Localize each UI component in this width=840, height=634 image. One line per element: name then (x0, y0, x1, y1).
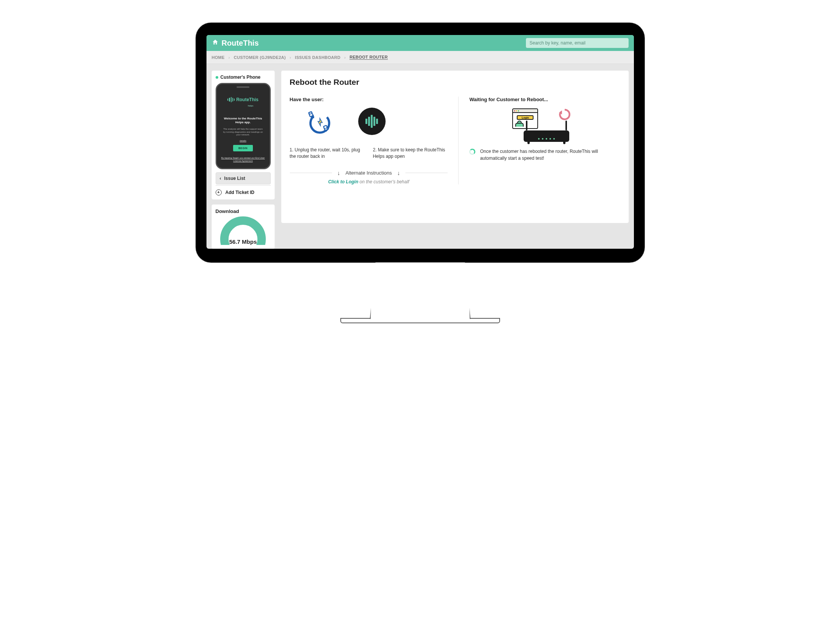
steps-text-row: 1. Unplug the router, wait 10s, plug the… (290, 147, 448, 160)
breadcrumb: HOME › CUSTOMER (GJ9NDE2A) › ISSUES DASH… (206, 51, 634, 64)
brand-text: RouteThis (222, 39, 259, 48)
power-cycle-icon (304, 108, 335, 140)
alternate-instructions-label: Alternate Instructions (345, 170, 392, 176)
crumb-issues-dashboard[interactable]: ISSUES DASHBOARD (295, 55, 341, 60)
issue-list-label: Issue List (224, 176, 245, 181)
phone-logo-sub: helps (248, 105, 253, 107)
arrow-down-icon: ↓ (337, 170, 340, 176)
phone-details-link[interactable]: details (240, 140, 246, 142)
search-input[interactable] (526, 38, 629, 48)
phone-eula-text: By tapping 'begin' you accept our End Us… (221, 157, 266, 163)
page-title: Reboot the Router (290, 78, 620, 87)
customer-phone-title: Customer's Phone (216, 75, 271, 80)
instructions-column: Have the user: (290, 97, 459, 184)
phone-logo: RouteThis (227, 97, 259, 102)
login-window-icon: Login (512, 108, 538, 129)
plus-icon: + (216, 189, 222, 195)
topbar: RouteThis (206, 35, 634, 51)
routethis-bars-icon (227, 97, 235, 102)
add-ticket-label: Add Ticket ID (225, 190, 254, 195)
monitor-stand-neck (370, 262, 470, 319)
waiting-note: Once the customer has rebooted the route… (469, 148, 620, 162)
download-value: 56.7 Mbps (220, 238, 266, 245)
monitor-bezel: RouteThis HOME › CUSTOMER (GJ9NDE2A) › I… (196, 23, 645, 262)
click-to-login-rest: on the customer's behalf (358, 179, 409, 184)
step-1-text: 1. Unplug the router, wait 10s, plug the… (290, 147, 365, 160)
customer-phone-card: Customer's Phone RouteThis helps (212, 71, 275, 199)
svg-rect-6 (323, 126, 328, 131)
waiting-column: Waiting for Customer to Reboot... Login (458, 97, 620, 184)
phone-logo-text: RouteThis (236, 97, 259, 102)
two-column-layout: Have the user: (290, 97, 620, 184)
crumb-home[interactable]: HOME (212, 55, 225, 60)
router-icon (524, 130, 569, 142)
waiting-note-text: Once the customer has rebooted the route… (480, 148, 620, 162)
content-body: Customer's Phone RouteThis helps (206, 64, 634, 249)
download-title: Download (216, 208, 271, 214)
add-ticket-button[interactable]: + Add Ticket ID (216, 185, 271, 195)
sidebar: Customer's Phone RouteThis helps (212, 71, 275, 249)
home-icon (212, 39, 219, 47)
phone-eula-prefix: By tapping 'begin' you accept our (221, 157, 256, 159)
spinner-icon (469, 149, 475, 155)
crumb-customer[interactable]: CUSTOMER (GJ9NDE2A) (234, 55, 286, 60)
phone-preview: RouteThis helps Welcome to the RouteThis… (216, 83, 271, 169)
routethis-app-icon (358, 108, 386, 135)
arrow-down-icon: ↓ (397, 170, 400, 176)
phone-welcome-text: Welcome to the RouteThis Helps app. (221, 117, 266, 125)
status-online-icon (216, 76, 218, 79)
have-user-heading: Have the user: (290, 97, 448, 102)
step-2-text: 2. Make sure to keep the RouteThis Helps… (373, 147, 448, 160)
router-illustration: Login (512, 108, 577, 142)
issue-list-button[interactable]: ‹ Issue List (216, 172, 271, 184)
phone-begin-button[interactable]: BEGIN (233, 145, 253, 151)
download-gauge: 56.7 Mbps (220, 216, 266, 245)
chevron-right-icon: › (344, 55, 346, 60)
login-chip: Login (517, 115, 534, 120)
click-to-login-link[interactable]: Click to Login (328, 179, 358, 184)
main-panel: Reboot the Router Have the user: (281, 71, 629, 223)
monitor-screen: RouteThis HOME › CUSTOMER (GJ9NDE2A) › I… (206, 35, 634, 249)
step-icons-row (290, 108, 448, 140)
phone-desc-text: The analysis will help the support team … (221, 128, 266, 137)
app-root: RouteThis HOME › CUSTOMER (GJ9NDE2A) › I… (206, 35, 634, 249)
refresh-icon (558, 108, 572, 121)
routethis-bars-icon (365, 115, 378, 128)
crumb-reboot-router[interactable]: REBOOT ROUTER (349, 55, 387, 60)
chevron-left-icon: ‹ (220, 176, 221, 181)
svg-rect-3 (308, 111, 313, 117)
waiting-heading: Waiting for Customer to Reboot... (469, 97, 620, 102)
brand[interactable]: RouteThis (212, 39, 259, 48)
alternate-instructions-divider: ↓ Alternate Instructions ↓ (290, 170, 448, 176)
download-card: Download 56.7 Mbps (212, 205, 275, 249)
chevron-right-icon: › (290, 55, 291, 60)
click-to-login-line: Click to Login on the customer's behalf (290, 179, 448, 184)
chevron-right-icon: › (229, 55, 230, 60)
monitor-frame: RouteThis HOME › CUSTOMER (GJ9NDE2A) › I… (196, 23, 645, 323)
customer-phone-title-text: Customer's Phone (221, 75, 261, 80)
